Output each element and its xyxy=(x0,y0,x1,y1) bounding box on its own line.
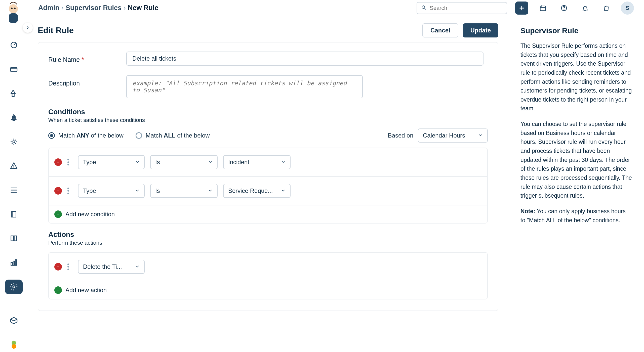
add-condition-button[interactable]: + Add new condition xyxy=(49,205,487,223)
plus-icon: + xyxy=(54,286,62,294)
match-any-label: Match ANY of the below xyxy=(58,132,124,139)
svg-point-11 xyxy=(564,9,565,10)
condition-field-value: Type xyxy=(83,187,96,194)
help-note: Note: You can only apply business hours … xyxy=(520,207,632,225)
sidebar-problems[interactable] xyxy=(5,86,23,101)
condition-field-select[interactable]: Type xyxy=(78,155,145,169)
help-paragraph-1: The Supervisor Rule performs actions on … xyxy=(520,41,632,113)
breadcrumb-separator: › xyxy=(124,4,126,12)
chevron-down-icon xyxy=(281,159,286,166)
svg-rect-14 xyxy=(12,94,14,97)
svg-point-4 xyxy=(422,6,425,8)
remove-condition-button[interactable]: − xyxy=(54,158,62,166)
help-icon xyxy=(560,5,568,12)
chevron-down-icon xyxy=(208,187,213,194)
cancel-button[interactable]: Cancel xyxy=(422,23,458,37)
help-paragraph-2: You can choose to set the supervisor rul… xyxy=(520,120,632,200)
notifications-button[interactable] xyxy=(579,2,592,15)
condition-field-select[interactable]: Type xyxy=(78,184,145,198)
avatar-initial: S xyxy=(626,5,629,11)
user-avatar[interactable]: S xyxy=(621,2,634,15)
sidebar-releases[interactable] xyxy=(5,135,23,149)
svg-point-17 xyxy=(14,167,14,168)
condition-operator-value: Is xyxy=(155,159,160,166)
drag-handle[interactable] xyxy=(67,158,72,166)
sidebar-rail xyxy=(0,30,28,352)
button-row: Cancel Update xyxy=(422,23,498,37)
drag-handle[interactable] xyxy=(67,263,72,271)
drag-handle[interactable] xyxy=(67,187,72,195)
help-pane: Supervisor Rule The Supervisor Rule perf… xyxy=(512,16,644,352)
top-right-cluster: S xyxy=(417,2,634,15)
breadcrumb-separator: › xyxy=(61,4,64,12)
radio-icon xyxy=(48,132,55,139)
actions-title: Actions xyxy=(48,231,488,239)
help-button[interactable] xyxy=(557,2,571,15)
cancel-label: Cancel xyxy=(430,27,450,34)
based-on-label: Based on xyxy=(388,132,413,139)
breadcrumb-admin[interactable]: Admin xyxy=(38,4,59,12)
chevron-down-icon xyxy=(135,187,140,194)
sidebar-solutions-open[interactable] xyxy=(5,231,23,246)
sidebar-tickets[interactable] xyxy=(5,62,23,76)
svg-point-15 xyxy=(13,141,15,143)
action-select[interactable]: Delete the Ti... xyxy=(78,260,145,274)
note-text: You can only apply business hours to "Ma… xyxy=(520,208,626,224)
add-action-label: Add new action xyxy=(65,287,107,294)
match-all-radio[interactable]: Match ALL of the below xyxy=(136,132,210,139)
add-condition-label: Add new condition xyxy=(65,211,115,218)
match-options: Match ANY of the below Match ALL of the … xyxy=(48,132,210,139)
condition-value-select[interactable]: Incident xyxy=(223,155,291,169)
description-row: Description xyxy=(48,75,488,98)
condition-operator-select[interactable]: Is xyxy=(150,184,218,198)
calendar-button[interactable] xyxy=(536,2,549,15)
sidebar-solutions[interactable] xyxy=(5,207,23,222)
actions-list: − Delete the Ti... + Add new action xyxy=(48,252,488,299)
main-pane: Edit Rule Cancel Update Rule Name * Desc… xyxy=(28,16,512,352)
svg-line-5 xyxy=(425,8,426,9)
condition-value-text: Incident xyxy=(228,159,249,166)
freshworks-logo[interactable] xyxy=(5,337,23,352)
sidebar-alerts[interactable] xyxy=(5,159,23,173)
chevron-down-icon xyxy=(281,187,286,194)
sidebar-assets[interactable] xyxy=(5,183,23,197)
update-button[interactable]: Update xyxy=(463,23,498,37)
svg-rect-19 xyxy=(11,262,13,265)
search-input[interactable] xyxy=(430,5,503,11)
note-label: Note: xyxy=(520,208,535,214)
sidebar-apps[interactable] xyxy=(5,313,23,328)
svg-rect-3 xyxy=(9,13,18,23)
action-row: − Delete the Ti... xyxy=(49,253,487,281)
rule-name-input[interactable] xyxy=(126,52,484,66)
required-asterisk: * xyxy=(82,56,84,63)
description-input[interactable] xyxy=(126,75,363,98)
bag-icon xyxy=(603,5,610,12)
sidebar-changes[interactable] xyxy=(5,110,23,125)
based-on-group: Based on Calendar Hours xyxy=(388,128,488,143)
content-area: Edit Rule Cancel Update Rule Name * Desc… xyxy=(28,16,644,352)
svg-point-1 xyxy=(11,8,13,9)
description-label: Description xyxy=(48,75,126,87)
plus-icon xyxy=(518,5,525,11)
breadcrumb-supervisor-rules[interactable]: Supervisor Rules xyxy=(66,4,122,12)
new-button[interactable] xyxy=(515,2,528,15)
sidebar-admin[interactable] xyxy=(5,280,23,294)
based-on-select[interactable]: Calendar Hours xyxy=(418,128,488,143)
add-action-button[interactable]: + Add new action xyxy=(49,281,487,299)
chevron-down-icon xyxy=(135,263,140,270)
conditions-list: − Type Is Incident − Type Is Service Req… xyxy=(48,148,488,224)
remove-condition-button[interactable]: − xyxy=(54,187,62,195)
condition-value-text: Service Reque... xyxy=(228,187,273,194)
actions-subtitle: Perform these actions xyxy=(48,240,488,246)
remove-action-button[interactable]: − xyxy=(54,263,62,271)
match-any-radio[interactable]: Match ANY of the below xyxy=(48,132,124,139)
condition-operator-select[interactable]: Is xyxy=(150,155,218,169)
breadcrumb-current: New Rule xyxy=(128,4,158,12)
marketplace-button[interactable] xyxy=(600,2,613,15)
condition-value-select[interactable]: Service Reque... xyxy=(223,184,291,198)
rule-name-row: Rule Name * xyxy=(48,52,488,66)
sidebar-reports[interactable] xyxy=(5,255,23,270)
sidebar-dashboard[interactable] xyxy=(5,38,23,52)
search-box[interactable] xyxy=(417,2,507,14)
condition-field-value: Type xyxy=(83,159,96,166)
